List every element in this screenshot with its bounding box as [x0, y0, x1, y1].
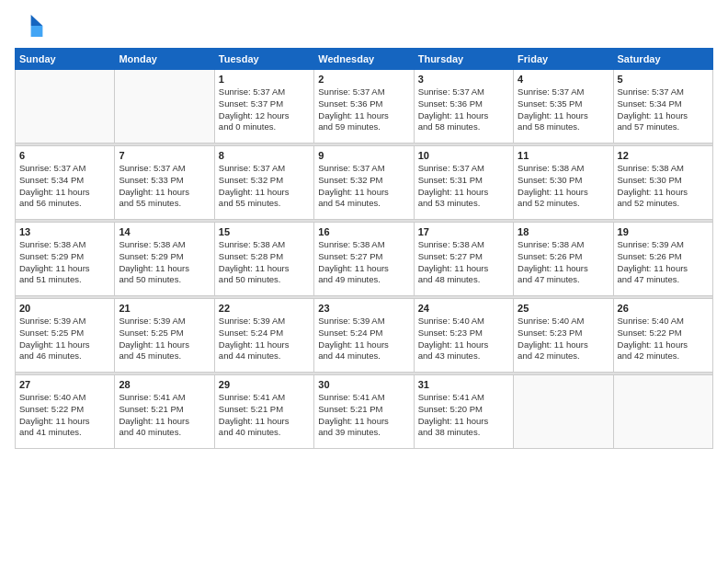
day-number: 2: [318, 74, 409, 85]
day-number: 27: [19, 379, 110, 390]
calendar-cell: 31Sunrise: 5:41 AM Sunset: 5:20 PM Dayli…: [414, 375, 513, 449]
day-info: Sunrise: 5:37 AM Sunset: 5:36 PM Dayligh…: [418, 86, 509, 133]
calendar-cell: 24Sunrise: 5:40 AM Sunset: 5:23 PM Dayli…: [414, 299, 513, 373]
day-info: Sunrise: 5:38 AM Sunset: 5:29 PM Dayligh…: [19, 239, 110, 286]
day-number: 17: [418, 226, 509, 237]
day-info: Sunrise: 5:37 AM Sunset: 5:34 PM Dayligh…: [618, 86, 709, 133]
day-number: 10: [418, 150, 509, 161]
svg-marker-1: [31, 26, 43, 37]
day-info: Sunrise: 5:39 AM Sunset: 5:24 PM Dayligh…: [219, 316, 310, 362]
calendar-cell: [16, 70, 115, 144]
day-info: Sunrise: 5:38 AM Sunset: 5:27 PM Dayligh…: [318, 239, 409, 286]
header-wednesday: Wednesday: [314, 49, 414, 70]
logo-icon: [15, 11, 44, 40]
day-number: 22: [219, 303, 310, 314]
calendar-cell: 18Sunrise: 5:38 AM Sunset: 5:26 PM Dayli…: [514, 223, 613, 296]
day-info: Sunrise: 5:39 AM Sunset: 5:25 PM Dayligh…: [119, 316, 210, 362]
calendar-cell: 19Sunrise: 5:39 AM Sunset: 5:26 PM Dayli…: [613, 223, 712, 296]
calendar-cell: 22Sunrise: 5:39 AM Sunset: 5:24 PM Dayli…: [214, 299, 313, 373]
day-number: 9: [318, 150, 409, 161]
calendar-cell: 16Sunrise: 5:38 AM Sunset: 5:27 PM Dayli…: [314, 223, 414, 296]
day-number: 15: [219, 226, 310, 237]
day-info: Sunrise: 5:41 AM Sunset: 5:20 PM Dayligh…: [418, 392, 509, 439]
day-info: Sunrise: 5:39 AM Sunset: 5:26 PM Dayligh…: [618, 239, 709, 286]
calendar-cell: 9Sunrise: 5:37 AM Sunset: 5:32 PM Daylig…: [314, 146, 414, 220]
day-number: 8: [219, 150, 310, 161]
calendar-week-row: 20Sunrise: 5:39 AM Sunset: 5:25 PM Dayli…: [16, 299, 713, 373]
calendar-cell: 14Sunrise: 5:38 AM Sunset: 5:29 PM Dayli…: [115, 223, 214, 296]
day-number: 7: [119, 150, 210, 161]
day-info: Sunrise: 5:41 AM Sunset: 5:21 PM Dayligh…: [119, 392, 210, 439]
calendar-week-row: 1Sunrise: 5:37 AM Sunset: 5:37 PM Daylig…: [16, 70, 713, 144]
calendar-week-row: 6Sunrise: 5:37 AM Sunset: 5:34 PM Daylig…: [16, 146, 713, 220]
calendar-cell: 3Sunrise: 5:37 AM Sunset: 5:36 PM Daylig…: [414, 70, 513, 144]
day-number: 30: [318, 379, 409, 390]
day-info: Sunrise: 5:37 AM Sunset: 5:35 PM Dayligh…: [518, 86, 609, 133]
day-info: Sunrise: 5:37 AM Sunset: 5:32 PM Dayligh…: [318, 163, 409, 210]
day-info: Sunrise: 5:41 AM Sunset: 5:21 PM Dayligh…: [318, 392, 409, 439]
day-info: Sunrise: 5:38 AM Sunset: 5:26 PM Dayligh…: [518, 239, 609, 286]
calendar-cell: 1Sunrise: 5:37 AM Sunset: 5:37 PM Daylig…: [214, 70, 313, 144]
calendar-page: Sunday Monday Tuesday Wednesday Thursday…: [0, 0, 728, 563]
day-number: 21: [119, 303, 210, 314]
calendar-cell: 11Sunrise: 5:38 AM Sunset: 5:30 PM Dayli…: [514, 146, 613, 220]
day-info: Sunrise: 5:38 AM Sunset: 5:27 PM Dayligh…: [418, 239, 509, 286]
day-number: 16: [318, 226, 409, 237]
day-info: Sunrise: 5:37 AM Sunset: 5:32 PM Dayligh…: [219, 163, 310, 210]
calendar-cell: 2Sunrise: 5:37 AM Sunset: 5:36 PM Daylig…: [314, 70, 414, 144]
calendar-cell: [514, 375, 613, 449]
day-number: 31: [418, 379, 509, 390]
day-number: 23: [318, 303, 409, 314]
day-info: Sunrise: 5:40 AM Sunset: 5:22 PM Dayligh…: [19, 392, 110, 439]
day-info: Sunrise: 5:37 AM Sunset: 5:31 PM Dayligh…: [418, 163, 509, 210]
calendar-table: Sunday Monday Tuesday Wednesday Thursday…: [15, 48, 713, 449]
calendar-cell: 26Sunrise: 5:40 AM Sunset: 5:22 PM Dayli…: [613, 299, 712, 373]
day-number: 12: [618, 150, 709, 161]
day-number: 3: [418, 74, 509, 85]
header-tuesday: Tuesday: [214, 49, 313, 70]
day-info: Sunrise: 5:40 AM Sunset: 5:22 PM Dayligh…: [618, 316, 709, 362]
day-info: Sunrise: 5:38 AM Sunset: 5:28 PM Dayligh…: [219, 239, 310, 286]
calendar-cell: 8Sunrise: 5:37 AM Sunset: 5:32 PM Daylig…: [214, 146, 313, 220]
calendar-cell: 30Sunrise: 5:41 AM Sunset: 5:21 PM Dayli…: [314, 375, 414, 449]
logo: [15, 11, 48, 40]
day-number: 6: [19, 150, 110, 161]
calendar-cell: 5Sunrise: 5:37 AM Sunset: 5:34 PM Daylig…: [613, 70, 712, 144]
calendar-cell: [613, 375, 712, 449]
header-sunday: Sunday: [16, 49, 115, 70]
calendar-header-row: Sunday Monday Tuesday Wednesday Thursday…: [16, 49, 713, 70]
calendar-cell: 25Sunrise: 5:40 AM Sunset: 5:23 PM Dayli…: [514, 299, 613, 373]
day-number: 1: [219, 74, 310, 85]
calendar-cell: 12Sunrise: 5:38 AM Sunset: 5:30 PM Dayli…: [613, 146, 712, 220]
calendar-cell: 28Sunrise: 5:41 AM Sunset: 5:21 PM Dayli…: [115, 375, 214, 449]
day-info: Sunrise: 5:37 AM Sunset: 5:36 PM Dayligh…: [318, 86, 409, 133]
day-number: 13: [19, 226, 110, 237]
calendar-cell: 15Sunrise: 5:38 AM Sunset: 5:28 PM Dayli…: [214, 223, 313, 296]
day-number: 26: [618, 303, 709, 314]
day-number: 29: [219, 379, 310, 390]
calendar-cell: 20Sunrise: 5:39 AM Sunset: 5:25 PM Dayli…: [16, 299, 115, 373]
calendar-cell: 4Sunrise: 5:37 AM Sunset: 5:35 PM Daylig…: [514, 70, 613, 144]
calendar-cell: 29Sunrise: 5:41 AM Sunset: 5:21 PM Dayli…: [214, 375, 313, 449]
day-info: Sunrise: 5:40 AM Sunset: 5:23 PM Dayligh…: [518, 316, 609, 362]
calendar-cell: 6Sunrise: 5:37 AM Sunset: 5:34 PM Daylig…: [16, 146, 115, 220]
day-number: 20: [19, 303, 110, 314]
day-number: 19: [618, 226, 709, 237]
day-info: Sunrise: 5:39 AM Sunset: 5:24 PM Dayligh…: [318, 316, 409, 362]
calendar-cell: 23Sunrise: 5:39 AM Sunset: 5:24 PM Dayli…: [314, 299, 414, 373]
header-friday: Friday: [514, 49, 613, 70]
day-number: 18: [518, 226, 609, 237]
day-number: 5: [618, 74, 709, 85]
day-info: Sunrise: 5:37 AM Sunset: 5:33 PM Dayligh…: [119, 163, 210, 210]
day-number: 4: [518, 74, 609, 85]
header-monday: Monday: [115, 49, 214, 70]
calendar-cell: 7Sunrise: 5:37 AM Sunset: 5:33 PM Daylig…: [115, 146, 214, 220]
calendar-cell: 27Sunrise: 5:40 AM Sunset: 5:22 PM Dayli…: [16, 375, 115, 449]
svg-marker-0: [31, 15, 43, 26]
day-info: Sunrise: 5:39 AM Sunset: 5:25 PM Dayligh…: [19, 316, 110, 362]
day-number: 28: [119, 379, 210, 390]
day-number: 25: [518, 303, 609, 314]
calendar-cell: 13Sunrise: 5:38 AM Sunset: 5:29 PM Dayli…: [16, 223, 115, 296]
day-info: Sunrise: 5:41 AM Sunset: 5:21 PM Dayligh…: [219, 392, 310, 439]
day-number: 11: [518, 150, 609, 161]
